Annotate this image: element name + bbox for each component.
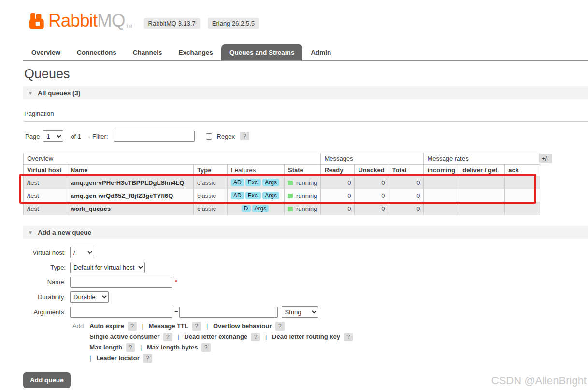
cell-ack <box>505 202 540 215</box>
queue-type-select[interactable]: Default for virtual host <box>70 262 145 273</box>
help-icon[interactable]: ? <box>344 333 353 341</box>
pagination-section-label: Pagination <box>24 110 588 122</box>
help-icon[interactable]: ? <box>251 333 260 341</box>
pagination-controls: Page 1 of 1 - Filter: Regex ? <box>25 130 588 142</box>
cell-ack <box>505 189 540 202</box>
collapse-triangle-icon: ▼ <box>28 90 33 96</box>
col-unacked[interactable]: Unacked <box>355 165 388 176</box>
add-queue-button[interactable]: Add queue <box>23 372 71 388</box>
filter-input[interactable] <box>114 131 195 142</box>
running-state-icon <box>288 194 293 198</box>
col-deliver-get[interactable]: deliver / get <box>459 165 505 176</box>
name-label: Name: <box>23 279 66 286</box>
add-queue-form: Virtual host: / Type: Default for virtua… <box>23 247 588 388</box>
cell-state: running <box>285 202 321 215</box>
col-type[interactable]: Type <box>194 165 228 176</box>
queue-type-label: Type: <box>23 264 66 271</box>
main-tabbar: Overview Connections Channels Exchanges … <box>23 44 588 61</box>
link-leader-locator[interactable]: Leader locator <box>96 354 140 362</box>
link-max-length-bytes[interactable]: Max length bytes <box>147 344 198 351</box>
col-ready[interactable]: Ready <box>321 165 355 176</box>
rabbitmq-logo[interactable]: RabbitMQ TM <box>29 12 132 30</box>
virtual-host-select[interactable]: / <box>70 247 94 258</box>
cell-total: 0 <box>388 189 424 202</box>
help-icon[interactable]: ? <box>126 343 135 352</box>
feature-badge-excl: Excl <box>245 192 261 199</box>
durability-select[interactable]: Durable <box>70 291 109 303</box>
col-total[interactable]: Total <box>388 165 424 176</box>
col-features: Features <box>228 165 285 176</box>
feature-badge-args: Args <box>262 179 279 186</box>
cell-incoming <box>424 176 459 189</box>
virtual-host-label: Virtual host: <box>23 249 66 256</box>
all-queues-label: All queues (3) <box>38 89 81 97</box>
logo-trademark: TM <box>126 24 132 28</box>
group-header-messages: Messages <box>321 153 424 165</box>
tab-queues-and-streams[interactable]: Queues and Streams <box>221 44 302 60</box>
group-header-message-rates: Message rates <box>424 153 540 165</box>
link-dead-letter-exchange[interactable]: Dead letter exchange <box>184 333 247 340</box>
column-toggle-button[interactable]: +/- <box>539 154 552 163</box>
tab-channels[interactable]: Channels <box>125 44 171 60</box>
argument-value-input[interactable] <box>179 307 278 318</box>
col-virtual-host[interactable]: Virtual host <box>24 165 67 176</box>
add-queue-section-header[interactable]: ▼ Add a new queue <box>23 226 588 239</box>
col-incoming[interactable]: incoming <box>424 165 459 176</box>
help-icon[interactable]: ? <box>275 322 285 331</box>
col-name[interactable]: Name <box>67 165 194 176</box>
running-state-icon <box>288 181 293 185</box>
cell-unacked: 0 <box>355 189 388 202</box>
page-label: Page <box>25 133 40 140</box>
link-dead-letter-routing-key[interactable]: Dead letter routing key <box>272 333 340 340</box>
col-ack[interactable]: ack <box>505 165 540 176</box>
cell-features: ADExclArgs <box>228 189 285 202</box>
regex-checkbox[interactable] <box>206 133 212 140</box>
argument-key-input[interactable] <box>70 307 172 318</box>
argument-shortcut-links: Add Auto expire ? | Message TTL ? | Over… <box>72 321 588 363</box>
cell-features: DArgs <box>228 202 285 215</box>
argument-type-select[interactable]: String <box>282 306 318 318</box>
link-message-ttl[interactable]: Message TTL <box>149 322 188 330</box>
page-select[interactable]: 1 <box>43 130 63 142</box>
link-overflow-behaviour[interactable]: Overflow behaviour <box>213 322 272 330</box>
queue-name-link[interactable]: amq.gen-vPHe-H3cTBPPLDgLSlm4LQ <box>67 176 194 189</box>
cell-unacked: 0 <box>355 202 388 215</box>
help-icon[interactable]: ? <box>163 333 172 341</box>
tab-exchanges[interactable]: Exchanges <box>171 44 221 60</box>
help-icon[interactable]: ? <box>143 354 152 363</box>
queue-name-input[interactable] <box>70 277 172 288</box>
cell-incoming <box>424 202 459 215</box>
filter-label: - Filter: <box>88 133 108 140</box>
tab-overview[interactable]: Overview <box>23 44 69 60</box>
queue-name-link[interactable]: amq.gen-wrQd65Z_f8jfZ8geTYfl6Q <box>67 189 194 202</box>
cell-unacked: 0 <box>355 176 388 189</box>
rabbitmq-logo-icon <box>29 13 46 30</box>
queue-name-link[interactable]: work_queues <box>67 202 194 215</box>
help-icon[interactable]: ? <box>128 322 137 331</box>
table-row: /test work_queues classic DArgs running … <box>24 202 540 215</box>
help-icon[interactable]: ? <box>192 322 201 331</box>
feature-badge-excl: Excl <box>245 179 261 186</box>
link-auto-expire[interactable]: Auto expire <box>89 322 124 330</box>
regex-help-icon[interactable]: ? <box>240 132 249 140</box>
feature-badge-args: Args <box>252 205 269 212</box>
feature-badge-args: Args <box>262 192 279 199</box>
link-single-active-consumer[interactable]: Single active consumer <box>89 333 159 340</box>
regex-label: Regex <box>217 133 235 140</box>
cell-ack <box>505 176 540 189</box>
help-icon[interactable]: ? <box>201 343 211 352</box>
logo-text-mq: MQ <box>97 12 125 30</box>
tab-admin[interactable]: Admin <box>302 44 339 60</box>
cell-ready: 0 <box>321 189 355 202</box>
all-queues-section-header[interactable]: ▼ All queues (3) <box>23 86 588 99</box>
feature-badge-ad: AD <box>231 192 244 199</box>
cell-ready: 0 <box>321 202 355 215</box>
cell-type: classic <box>194 202 228 215</box>
link-max-length[interactable]: Max length <box>89 344 122 351</box>
tab-connections[interactable]: Connections <box>69 44 125 60</box>
col-state[interactable]: State <box>285 165 321 176</box>
cell-total: 0 <box>388 202 424 215</box>
equals-sign: = <box>174 308 178 316</box>
cell-state: running <box>285 176 321 189</box>
durability-label: Durability: <box>23 293 66 301</box>
